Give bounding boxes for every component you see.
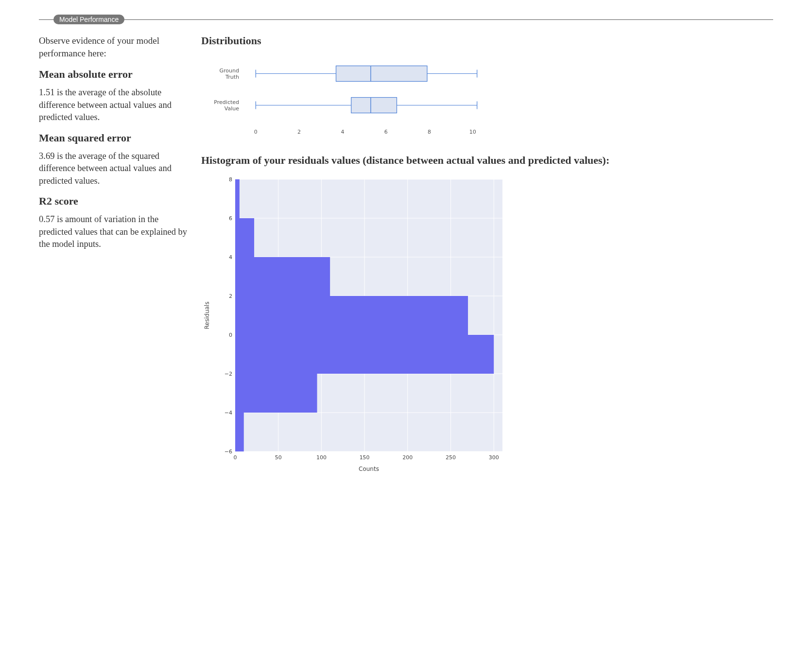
svg-rect-41	[235, 218, 254, 257]
svg-text:4: 4	[229, 254, 232, 260]
svg-text:Truth: Truth	[225, 74, 239, 80]
mae-heading: Mean absolute error	[39, 68, 190, 81]
mse-text: 3.69 is the average of the squared diffe…	[39, 150, 190, 188]
svg-text:150: 150	[360, 454, 370, 461]
content-columns: Observe evidence of your model performan…	[39, 35, 773, 478]
svg-text:8: 8	[229, 176, 232, 183]
distributions-heading: Distributions	[201, 35, 773, 47]
mae-text: 1.51 is the average of the absolute diff…	[39, 87, 190, 124]
svg-text:8: 8	[428, 129, 431, 135]
svg-text:250: 250	[446, 454, 456, 461]
svg-rect-5	[336, 66, 428, 82]
histogram-chart: 050100150200250300−6−4−202468CountsResid…	[201, 174, 773, 478]
mse-heading: Mean squared error	[39, 132, 190, 144]
left-column: Observe evidence of your model performan…	[39, 35, 190, 478]
histogram-heading: Histogram of your residuals values (dist…	[201, 154, 773, 167]
svg-text:4: 4	[341, 129, 344, 135]
svg-text:6: 6	[229, 215, 232, 222]
svg-text:10: 10	[469, 129, 476, 135]
svg-text:0: 0	[254, 129, 258, 135]
svg-rect-37	[235, 374, 317, 413]
svg-rect-42	[235, 179, 240, 218]
svg-rect-36	[235, 413, 244, 451]
svg-text:−6: −6	[225, 449, 232, 455]
svg-rect-12	[351, 98, 397, 113]
svg-text:Counts: Counts	[359, 466, 379, 472]
svg-text:2: 2	[229, 293, 232, 299]
svg-text:100: 100	[316, 454, 327, 461]
svg-text:2: 2	[297, 129, 301, 135]
boxplot-chart: GroundTruthPredictedValue0246810	[201, 55, 773, 139]
r2-heading: R2 score	[39, 195, 190, 208]
boxplot-svg: GroundTruthPredictedValue0246810	[201, 55, 498, 138]
right-column: Distributions GroundTruthPredictedValue0…	[201, 35, 773, 478]
svg-text:Value: Value	[225, 105, 239, 112]
svg-text:Residuals: Residuals	[204, 302, 210, 329]
svg-text:Predicted: Predicted	[214, 99, 239, 105]
svg-rect-38	[235, 335, 494, 374]
svg-text:50: 50	[275, 454, 282, 461]
svg-text:0: 0	[229, 332, 232, 338]
intro-text: Observe evidence of your model performan…	[39, 35, 190, 59]
svg-text:200: 200	[402, 454, 413, 461]
svg-text:−4: −4	[225, 410, 232, 416]
histogram-svg: 050100150200250300−6−4−202468CountsResid…	[201, 174, 512, 476]
svg-text:0: 0	[234, 454, 237, 461]
svg-text:−2: −2	[225, 371, 232, 377]
svg-text:6: 6	[384, 129, 388, 135]
svg-rect-39	[235, 296, 468, 335]
svg-text:300: 300	[489, 454, 499, 461]
svg-text:Ground: Ground	[220, 68, 239, 74]
svg-rect-40	[235, 257, 330, 296]
panel-title-pill: Model Performance	[53, 15, 124, 24]
r2-text: 0.57 is amount of variation in the predi…	[39, 213, 190, 251]
panel-divider: Model Performance	[39, 19, 773, 20]
